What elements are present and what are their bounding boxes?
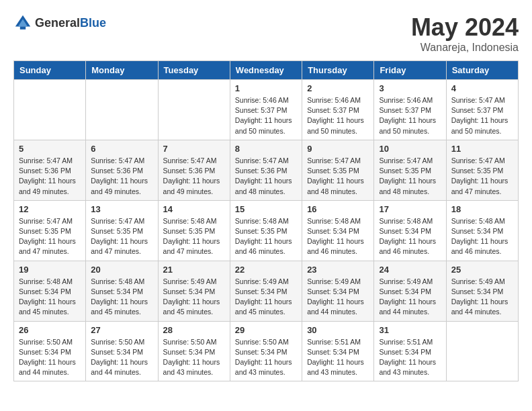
- day-number: 21: [163, 265, 225, 275]
- day-info: Sunrise: 5:47 AM Sunset: 5:35 PM Dayligh…: [91, 216, 152, 257]
- table-row: 3Sunrise: 5:46 AM Sunset: 5:37 PM Daylig…: [374, 80, 446, 140]
- table-row: 7Sunrise: 5:47 AM Sunset: 5:36 PM Daylig…: [158, 140, 230, 200]
- table-row: 2Sunrise: 5:46 AM Sunset: 5:37 PM Daylig…: [302, 80, 374, 140]
- day-number: 24: [379, 265, 441, 275]
- day-info: Sunrise: 5:48 AM Sunset: 5:34 PM Dayligh…: [379, 216, 441, 257]
- table-row: 18Sunrise: 5:48 AM Sunset: 5:34 PM Dayli…: [446, 200, 518, 261]
- table-row: 31Sunrise: 5:51 AM Sunset: 5:34 PM Dayli…: [374, 321, 446, 381]
- day-info: Sunrise: 5:48 AM Sunset: 5:34 PM Dayligh…: [307, 216, 369, 257]
- day-number: 12: [19, 204, 81, 214]
- table-row: 17Sunrise: 5:48 AM Sunset: 5:34 PM Dayli…: [374, 200, 446, 261]
- table-row: 22Sunrise: 5:49 AM Sunset: 5:34 PM Dayli…: [230, 261, 302, 321]
- day-info: Sunrise: 5:48 AM Sunset: 5:34 PM Dayligh…: [91, 277, 152, 318]
- header-monday: Monday: [86, 61, 158, 80]
- day-number: 29: [235, 325, 297, 335]
- day-number: 16: [307, 204, 369, 214]
- day-number: 2: [307, 83, 369, 93]
- day-number: 22: [235, 265, 297, 275]
- logo-general: General: [35, 16, 80, 30]
- table-row: 9Sunrise: 5:47 AM Sunset: 5:35 PM Daylig…: [302, 140, 374, 200]
- day-number: 28: [163, 325, 225, 335]
- table-row: 13Sunrise: 5:47 AM Sunset: 5:35 PM Dayli…: [86, 200, 158, 261]
- day-number: 15: [235, 204, 297, 214]
- day-number: 20: [91, 265, 152, 275]
- day-info: Sunrise: 5:48 AM Sunset: 5:35 PM Dayligh…: [163, 216, 225, 257]
- table-row: 26Sunrise: 5:50 AM Sunset: 5:34 PM Dayli…: [14, 321, 86, 381]
- day-info: Sunrise: 5:50 AM Sunset: 5:34 PM Dayligh…: [19, 337, 81, 378]
- day-number: 14: [163, 204, 225, 214]
- week-row-3: 12Sunrise: 5:47 AM Sunset: 5:35 PM Dayli…: [14, 200, 519, 261]
- day-info: Sunrise: 5:48 AM Sunset: 5:35 PM Dayligh…: [235, 216, 297, 257]
- day-number: 25: [451, 265, 513, 275]
- table-row: 27Sunrise: 5:50 AM Sunset: 5:34 PM Dayli…: [86, 321, 158, 381]
- table-row: 1Sunrise: 5:46 AM Sunset: 5:37 PM Daylig…: [230, 80, 302, 140]
- table-row: 29Sunrise: 5:50 AM Sunset: 5:34 PM Dayli…: [230, 321, 302, 381]
- day-info: Sunrise: 5:50 AM Sunset: 5:34 PM Dayligh…: [235, 337, 297, 378]
- table-row: [14, 80, 86, 140]
- day-info: Sunrise: 5:47 AM Sunset: 5:36 PM Dayligh…: [91, 156, 152, 197]
- day-number: 13: [91, 204, 152, 214]
- day-info: Sunrise: 5:48 AM Sunset: 5:34 PM Dayligh…: [19, 277, 81, 318]
- logo-blue: Blue: [80, 16, 106, 30]
- day-number: 3: [379, 83, 441, 93]
- logo-icon: [13, 13, 32, 32]
- day-number: 4: [451, 83, 513, 93]
- svg-rect-2: [20, 27, 26, 30]
- day-number: 23: [307, 265, 369, 275]
- table-row: 14Sunrise: 5:48 AM Sunset: 5:35 PM Dayli…: [158, 200, 230, 261]
- day-info: Sunrise: 5:51 AM Sunset: 5:34 PM Dayligh…: [307, 337, 369, 378]
- day-info: Sunrise: 5:49 AM Sunset: 5:34 PM Dayligh…: [379, 277, 441, 318]
- day-number: 19: [19, 265, 81, 275]
- day-info: Sunrise: 5:46 AM Sunset: 5:37 PM Dayligh…: [379, 95, 441, 136]
- day-number: 7: [163, 144, 225, 154]
- table-row: 5Sunrise: 5:47 AM Sunset: 5:36 PM Daylig…: [14, 140, 86, 200]
- week-row-2: 5Sunrise: 5:47 AM Sunset: 5:36 PM Daylig…: [14, 140, 519, 200]
- day-info: Sunrise: 5:50 AM Sunset: 5:34 PM Dayligh…: [91, 337, 152, 378]
- day-number: 10: [379, 144, 441, 154]
- day-number: 11: [451, 144, 513, 154]
- day-number: 6: [91, 144, 152, 154]
- day-number: 31: [379, 325, 441, 335]
- table-row: [446, 321, 518, 381]
- day-info: Sunrise: 5:48 AM Sunset: 5:34 PM Dayligh…: [451, 216, 513, 257]
- day-info: Sunrise: 5:51 AM Sunset: 5:34 PM Dayligh…: [379, 337, 441, 378]
- day-info: Sunrise: 5:47 AM Sunset: 5:35 PM Dayligh…: [307, 156, 369, 197]
- header-friday: Friday: [374, 61, 446, 80]
- table-row: 20Sunrise: 5:48 AM Sunset: 5:34 PM Dayli…: [86, 261, 158, 321]
- header-sunday: Sunday: [14, 61, 86, 80]
- day-info: Sunrise: 5:47 AM Sunset: 5:36 PM Dayligh…: [19, 156, 81, 197]
- logo: GeneralBlue: [13, 13, 106, 32]
- day-number: 17: [379, 204, 441, 214]
- table-row: 8Sunrise: 5:47 AM Sunset: 5:36 PM Daylig…: [230, 140, 302, 200]
- table-row: 30Sunrise: 5:51 AM Sunset: 5:34 PM Dayli…: [302, 321, 374, 381]
- day-info: Sunrise: 5:49 AM Sunset: 5:34 PM Dayligh…: [451, 277, 513, 318]
- day-number: 5: [19, 144, 81, 154]
- table-row: [158, 80, 230, 140]
- table-row: 10Sunrise: 5:47 AM Sunset: 5:35 PM Dayli…: [374, 140, 446, 200]
- title-block: May 2024 Wanareja, Indonesia: [411, 13, 519, 54]
- table-row: [86, 80, 158, 140]
- table-row: 19Sunrise: 5:48 AM Sunset: 5:34 PM Dayli…: [14, 261, 86, 321]
- day-info: Sunrise: 5:46 AM Sunset: 5:37 PM Dayligh…: [235, 95, 297, 136]
- day-number: 9: [307, 144, 369, 154]
- day-info: Sunrise: 5:49 AM Sunset: 5:34 PM Dayligh…: [163, 277, 225, 318]
- day-info: Sunrise: 5:47 AM Sunset: 5:35 PM Dayligh…: [451, 156, 513, 197]
- table-row: 16Sunrise: 5:48 AM Sunset: 5:34 PM Dayli…: [302, 200, 374, 261]
- day-info: Sunrise: 5:47 AM Sunset: 5:37 PM Dayligh…: [451, 95, 513, 136]
- day-info: Sunrise: 5:47 AM Sunset: 5:36 PM Dayligh…: [235, 156, 297, 197]
- day-info: Sunrise: 5:47 AM Sunset: 5:35 PM Dayligh…: [379, 156, 441, 197]
- day-info: Sunrise: 5:47 AM Sunset: 5:36 PM Dayligh…: [163, 156, 225, 197]
- table-row: 28Sunrise: 5:50 AM Sunset: 5:34 PM Dayli…: [158, 321, 230, 381]
- day-info: Sunrise: 5:50 AM Sunset: 5:34 PM Dayligh…: [163, 337, 225, 378]
- day-number: 8: [235, 144, 297, 154]
- header-tuesday: Tuesday: [158, 61, 230, 80]
- table-row: 11Sunrise: 5:47 AM Sunset: 5:35 PM Dayli…: [446, 140, 518, 200]
- table-row: 24Sunrise: 5:49 AM Sunset: 5:34 PM Dayli…: [374, 261, 446, 321]
- table-row: 4Sunrise: 5:47 AM Sunset: 5:37 PM Daylig…: [446, 80, 518, 140]
- week-row-1: 1Sunrise: 5:46 AM Sunset: 5:37 PM Daylig…: [14, 80, 519, 140]
- day-number: 26: [19, 325, 81, 335]
- weekday-header-row: Sunday Monday Tuesday Wednesday Thursday…: [14, 61, 519, 80]
- week-row-4: 19Sunrise: 5:48 AM Sunset: 5:34 PM Dayli…: [14, 261, 519, 321]
- table-row: 6Sunrise: 5:47 AM Sunset: 5:36 PM Daylig…: [86, 140, 158, 200]
- day-number: 30: [307, 325, 369, 335]
